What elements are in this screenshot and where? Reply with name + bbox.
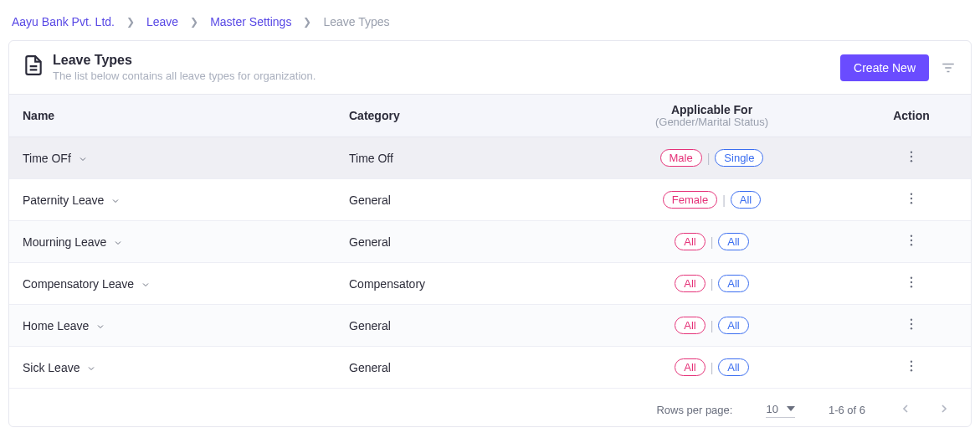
svg-point-14	[911, 277, 912, 279]
svg-point-20	[911, 361, 912, 363]
table-row: Paternity LeaveGeneralFemale|All	[9, 179, 971, 221]
row-applicable: All|All	[558, 317, 865, 334]
row-action-menu[interactable]	[904, 149, 919, 167]
row-category: Compensatory	[349, 277, 558, 291]
row-action	[865, 275, 957, 292]
gender-badge: All	[675, 358, 705, 376]
svg-point-11	[911, 235, 912, 237]
filter-icon[interactable]	[941, 60, 956, 75]
badge-divider: |	[711, 361, 714, 374]
svg-marker-23	[787, 406, 795, 411]
row-name-cell[interactable]: Compensatory Leave	[23, 277, 349, 291]
chevron-right-icon: ❯	[126, 16, 135, 28]
chevron-right-icon: ❯	[303, 16, 311, 28]
badge-divider: |	[707, 152, 711, 165]
svg-point-21	[911, 365, 912, 367]
svg-point-10	[911, 202, 912, 204]
table-row: Time OFfTime OffMale|Single	[9, 137, 971, 179]
marital-badge: All	[718, 317, 748, 334]
row-action	[865, 317, 957, 334]
row-action-menu[interactable]	[904, 275, 919, 292]
table-row: Mourning LeaveGeneralAll|All	[9, 221, 971, 263]
chevron-down-icon	[78, 153, 88, 163]
chevron-down-icon	[95, 321, 105, 331]
marital-badge: Single	[715, 149, 763, 167]
row-name-cell[interactable]: Paternity Leave	[23, 193, 349, 207]
svg-point-18	[911, 323, 912, 325]
leave-type-name: Time OFf	[23, 152, 71, 165]
row-name-cell[interactable]: Mourning Leave	[23, 235, 349, 249]
breadcrumb-link[interactable]: Aayu Bank Pvt. Ltd.	[12, 15, 115, 28]
row-action	[865, 233, 957, 250]
marital-badge: All	[731, 191, 761, 209]
page-subtitle: The list below contains all leave types …	[53, 70, 316, 82]
svg-point-12	[911, 240, 912, 241]
pagination: Rows per page: 10 1-6 of 6	[9, 389, 971, 426]
gender-badge: Female	[663, 191, 717, 209]
marital-badge: All	[718, 233, 748, 250]
breadcrumb-link[interactable]: Master Settings	[210, 15, 291, 28]
row-action	[865, 149, 957, 167]
svg-point-19	[911, 327, 912, 329]
svg-point-8	[911, 193, 912, 195]
row-applicable: All|All	[558, 233, 865, 250]
table-row: Home LeaveGeneralAll|All	[9, 305, 971, 347]
gender-badge: All	[675, 275, 705, 292]
leave-type-name: Paternity Leave	[23, 193, 104, 207]
row-action-menu[interactable]	[904, 191, 919, 209]
row-action-menu[interactable]	[904, 317, 919, 334]
row-name-cell[interactable]: Home Leave	[23, 319, 349, 332]
leave-type-name: Mourning Leave	[23, 235, 106, 249]
pagination-prev[interactable]	[899, 402, 912, 418]
row-applicable: All|All	[558, 358, 865, 376]
row-action	[865, 358, 957, 376]
chevron-down-icon	[113, 237, 123, 247]
svg-point-9	[911, 198, 912, 199]
chevron-down-icon	[141, 279, 151, 289]
row-applicable: Female|All	[558, 191, 865, 209]
row-category: General	[349, 319, 558, 332]
row-action-menu[interactable]	[904, 358, 919, 376]
rows-per-page-select[interactable]: 10	[766, 403, 794, 418]
row-name-cell[interactable]: Time OFf	[23, 152, 349, 165]
row-applicable: All|All	[558, 275, 865, 292]
pagination-range: 1-6 of 6	[829, 404, 865, 416]
svg-point-22	[911, 369, 912, 371]
row-applicable: Male|Single	[558, 149, 865, 167]
gender-badge: All	[675, 317, 705, 334]
leave-types-card: Leave Types The list below contains all …	[8, 40, 972, 427]
chevron-down-icon	[110, 195, 121, 205]
gender-badge: All	[675, 233, 705, 250]
page-title: Leave Types	[53, 53, 316, 68]
table-row: Sick LeaveGeneralAll|All	[9, 347, 971, 389]
table-row: Compensatory LeaveCompensatoryAll|All	[9, 263, 971, 305]
leave-type-name: Home Leave	[23, 319, 89, 332]
svg-point-6	[911, 156, 912, 157]
leave-type-name: Sick Leave	[23, 361, 80, 374]
breadcrumb: Aayu Bank Pvt. Ltd. ❯ Leave ❯ Master Set…	[8, 8, 972, 40]
row-category: General	[349, 235, 558, 249]
breadcrumb-link[interactable]: Leave	[146, 15, 178, 28]
chevron-down-icon	[86, 363, 96, 373]
column-header-applicable: Applicable For (Gender/Marital Status)	[558, 103, 865, 128]
card-header: Leave Types The list below contains all …	[9, 41, 971, 95]
pagination-next[interactable]	[937, 402, 951, 418]
create-new-button[interactable]: Create New	[840, 54, 929, 81]
svg-point-17	[911, 319, 912, 321]
row-category: General	[349, 193, 558, 207]
badge-divider: |	[722, 193, 726, 207]
rows-per-page-label: Rows per page:	[656, 404, 732, 416]
leave-type-name: Compensatory Leave	[23, 277, 134, 291]
row-name-cell[interactable]: Sick Leave	[23, 361, 349, 374]
marital-badge: All	[718, 275, 748, 292]
column-header-category: Category	[349, 109, 558, 122]
svg-point-5	[911, 152, 912, 153]
row-action-menu[interactable]	[904, 233, 919, 250]
table-header: Name Category Applicable For (Gender/Mar…	[9, 95, 971, 137]
marital-badge: All	[718, 358, 748, 376]
svg-point-7	[911, 160, 912, 162]
breadcrumb-current: Leave Types	[323, 15, 389, 28]
svg-point-13	[911, 244, 912, 245]
column-header-name: Name	[23, 109, 349, 122]
column-header-action: Action	[865, 109, 957, 122]
